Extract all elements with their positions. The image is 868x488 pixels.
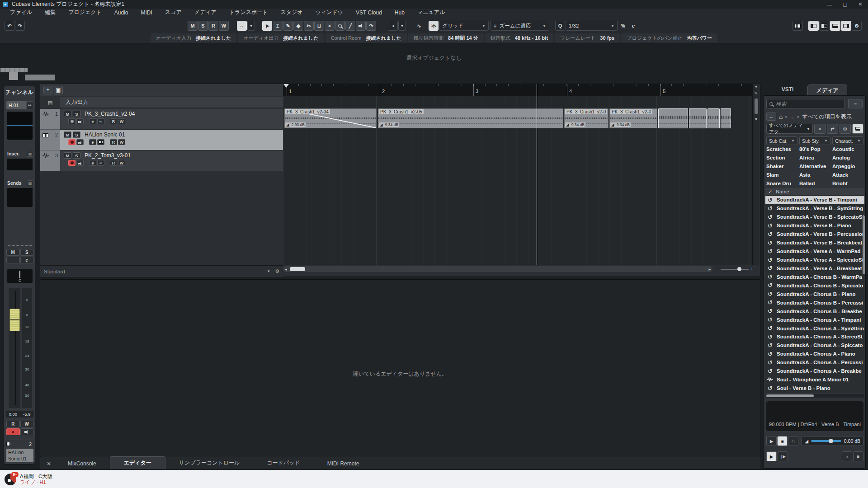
- event-display-area[interactable]: PK_3_Crash1_v2-04 ◢ -2.93 dB PK_3_Crash1…: [283, 96, 753, 265]
- audio-event[interactable]: [689, 108, 707, 128]
- channel-preset-value[interactable]: H.01: [6, 101, 26, 109]
- menu-item[interactable]: Audio: [108, 9, 135, 16]
- zoom-slider-knob[interactable]: [737, 267, 741, 271]
- subcategory-column-header[interactable]: Sub Cat.▼: [766, 136, 797, 145]
- audio-event[interactable]: PK_3_Crash1_v2-05 ◢ -9.34 dB: [378, 108, 563, 128]
- media-result-row[interactable]: ↺ SoundtrackA - Chorus B - Spiccato: [765, 281, 864, 290]
- preview-volume-control[interactable]: ◢ 0.00 dB: [802, 436, 863, 446]
- menu-item[interactable]: Hub: [388, 9, 411, 16]
- status-segment[interactable]: フレームレート 30 fps: [555, 33, 620, 42]
- io-track-label[interactable]: 入力/出力: [60, 97, 283, 108]
- filters-panel-toggle[interactable]: [852, 124, 863, 134]
- timeline-ruler[interactable]: 12345: [283, 84, 753, 96]
- horizontal-scrollbar[interactable]: ◂ ▸: [283, 266, 712, 272]
- track-write-button[interactable]: W: [118, 118, 125, 124]
- media-result-row[interactable]: ↺ SoundtrackA - Chorus A - Spiccato: [765, 341, 864, 350]
- color-tool-button[interactable]: ◑: [388, 21, 398, 31]
- media-result-row[interactable]: ↺ SoundtrackA - Chorus A - StereoSt: [765, 333, 864, 341]
- track-mute-button[interactable]: M: [64, 131, 71, 138]
- track-solo-button[interactable]: S: [73, 111, 80, 117]
- audio-event[interactable]: [721, 108, 731, 128]
- object-select-tool[interactable]: ➤: [262, 21, 272, 31]
- breadcrumb-ellipsis[interactable]: ...: [790, 113, 795, 120]
- lower-zone-toggle[interactable]: [830, 21, 840, 31]
- track-preset-button[interactable]: ▣: [54, 86, 63, 94]
- setup-toolbar-button[interactable]: ⚙: [852, 21, 862, 31]
- media-result-row[interactable]: ↺ SoundtrackA - Chorus B - Piano: [765, 290, 864, 298]
- results-list-view-button[interactable]: ≡: [848, 99, 863, 108]
- maximize-button[interactable]: ▢: [837, 0, 853, 9]
- home-icon[interactable]: ⌂: [779, 113, 783, 120]
- track-edit-button[interactable]: e: [89, 139, 96, 145]
- filter-item[interactable]: Slam: [766, 172, 795, 181]
- keyboard-panel-button[interactable]: [793, 21, 803, 31]
- media-result-row[interactable]: ↺ SoundtrackA - Verse A - SpiccatoSt: [765, 256, 864, 264]
- fader-value[interactable]: 0.00: [6, 411, 20, 418]
- media-result-row[interactable]: ↺ Soul - Verse B - Piano: [765, 384, 864, 393]
- track-link-icon[interactable]: ∞: [97, 118, 104, 124]
- fader-handle[interactable]: [9, 309, 20, 331]
- menu-item[interactable]: トランスポート: [223, 9, 274, 16]
- preview-stop-button[interactable]: ■: [777, 436, 788, 446]
- filter-item[interactable]: Acoustic: [832, 146, 861, 155]
- redo-button[interactable]: ↷: [15, 21, 25, 31]
- results-scrollbar-thumb[interactable]: [863, 216, 865, 274]
- channel-write-button[interactable]: W: [20, 421, 34, 427]
- media-type-dropdown[interactable]: すべてのメディアタ. ▼: [766, 124, 813, 134]
- track-record-arm-button[interactable]: [68, 118, 75, 124]
- status-segment[interactable]: 録音形式 48 kHz - 16 bit: [485, 33, 553, 42]
- media-result-row[interactable]: ↺ SoundtrackA - Verse B - SymString: [765, 204, 864, 213]
- shuffle-results-button[interactable]: ⇄: [827, 124, 838, 134]
- project-cursor-playhead[interactable]: [537, 84, 537, 265]
- preview-play-button[interactable]: ▶: [766, 436, 777, 446]
- audio-event[interactable]: PK_3_Crash1_v2-04 ◢ -2.93 dB: [284, 108, 377, 128]
- track-monitor-button[interactable]: [76, 160, 84, 166]
- new-track-note-button[interactable]: ♪: [842, 451, 852, 461]
- scroll-dot-icon[interactable]: ●: [755, 117, 757, 121]
- line-tool[interactable]: ╱: [345, 21, 355, 31]
- taskbar-widget[interactable]: 9+ A福岡 - C大阪 ライブ - H1: [0, 474, 104, 485]
- back-icon[interactable]: ←: [766, 113, 776, 121]
- sends-slot[interactable]: [7, 188, 33, 207]
- channel-preset[interactable]: H.01 ↦: [6, 101, 33, 109]
- lower-zone-close-icon[interactable]: ✕: [43, 461, 54, 469]
- sends-rack-icon[interactable]: ▤: [27, 180, 33, 186]
- filter-item[interactable]: Asia: [799, 172, 828, 181]
- menu-item[interactable]: マニュアル: [411, 9, 451, 16]
- media-result-row[interactable]: ↺ SoundtrackA - Verse B - Percussion: [765, 230, 864, 239]
- automation-button[interactable]: W: [219, 21, 229, 31]
- menu-item[interactable]: MIDI: [135, 9, 159, 16]
- channel-solo-button[interactable]: S: [20, 249, 34, 256]
- menu-item[interactable]: ウィンドウ: [309, 9, 349, 16]
- horizontal-scrollbar-thumb[interactable]: [290, 267, 305, 271]
- filter-item[interactable]: Bright: [832, 181, 861, 185]
- media-result-row[interactable]: ↺ SoundtrackA - Chorus A - Piano: [765, 350, 864, 358]
- track-read-button[interactable]: R: [110, 118, 117, 124]
- track-monitor-button[interactable]: [76, 139, 84, 145]
- track-read-button[interactable]: R: [110, 160, 117, 166]
- inserts-rack-icon[interactable]: ▤: [27, 151, 33, 157]
- inserts-slot[interactable]: [7, 159, 33, 170]
- preset-gear-icon[interactable]: ⚙: [275, 268, 279, 274]
- media-result-row[interactable]: ↺ SoundtrackA - Verse B - Piano: [765, 221, 864, 230]
- autoscroll-dropdown[interactable]: ▼: [247, 21, 255, 31]
- left-zone-toggle[interactable]: [808, 21, 819, 31]
- pan-control[interactable]: C: [7, 269, 33, 283]
- track-mute-button[interactable]: M: [64, 152, 71, 159]
- search-input[interactable]: [776, 101, 842, 107]
- media-result-row[interactable]: ↺ SoundtrackA - Verse B - Timpani: [765, 196, 864, 204]
- autoscroll-button[interactable]: ↔: [237, 21, 247, 31]
- status-segment[interactable]: オーディオ出力 接続されました: [238, 33, 324, 42]
- preview-cycle-button[interactable]: ↻: [788, 436, 798, 446]
- track-edit-button[interactable]: e: [89, 160, 96, 166]
- insert-settings-button[interactable]: ≡: [853, 451, 863, 461]
- menu-item[interactable]: ファイル: [4, 9, 38, 16]
- media-result-row[interactable]: ↺ SoundtrackA - Chorus A - Timpani: [765, 315, 864, 324]
- status-segment[interactable]: 残り録音時間 84 時間 14 分: [408, 33, 484, 42]
- preset-dropdown-icon[interactable]: ▼: [267, 269, 270, 273]
- visibility-preset-label[interactable]: Standard: [44, 269, 65, 274]
- media-result-row[interactable]: ↺ SoundtrackA - Chorus B - Breakbe: [765, 307, 864, 315]
- menu-item[interactable]: VST Cloud: [349, 9, 388, 16]
- media-search-box[interactable]: [766, 99, 845, 108]
- split-tool[interactable]: ✂: [304, 21, 314, 31]
